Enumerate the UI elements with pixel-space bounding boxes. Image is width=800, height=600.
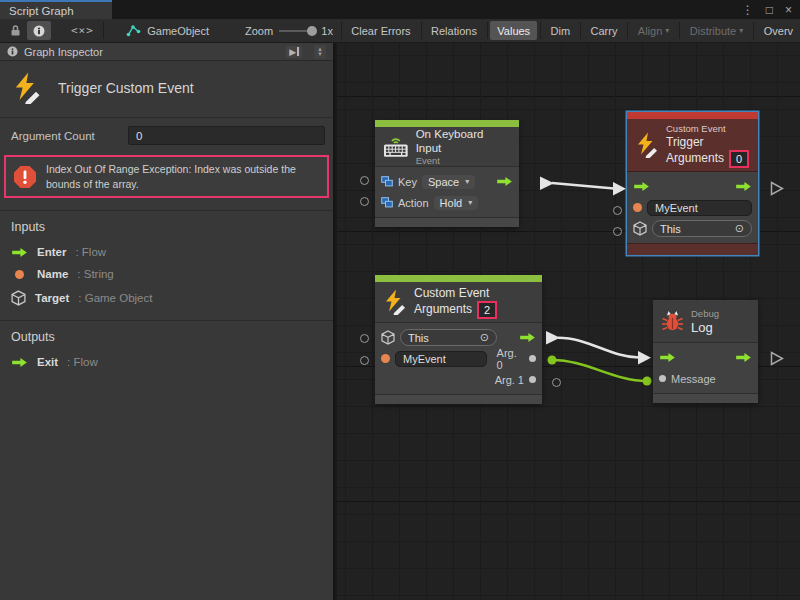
action-input-port[interactable] bbox=[360, 197, 369, 206]
graph-canvas[interactable]: On Keyboard Input Event Key Space ▾ bbox=[337, 43, 800, 600]
flow-in-port[interactable] bbox=[633, 181, 650, 192]
dock-panel-icon[interactable]: ▶ bbox=[286, 46, 302, 58]
flow-continuation-icon bbox=[770, 181, 784, 196]
error-message-text: Index Out Of Range Exception: Index was … bbox=[46, 162, 320, 191]
error-strip bbox=[627, 112, 758, 119]
node-body: Key Space ▾ Action Hold ▾ bbox=[375, 167, 519, 217]
argument-count-badge: 2 bbox=[477, 301, 497, 319]
overview-button[interactable]: Overv bbox=[757, 21, 800, 40]
flow-out-port[interactable] bbox=[496, 176, 513, 187]
key-input-port[interactable] bbox=[360, 176, 369, 185]
target-picker-icon[interactable]: ⊙ bbox=[735, 222, 744, 235]
node-footer bbox=[375, 394, 542, 404]
custom-event-icon bbox=[383, 289, 407, 315]
target-object-picker[interactable]: This ⊙ bbox=[652, 220, 752, 237]
target-object-picker[interactable]: This ⊙ bbox=[400, 329, 497, 346]
arg1-external-port[interactable] bbox=[552, 378, 561, 387]
string-port-icon bbox=[633, 203, 642, 212]
inspector-toggle-icon[interactable] bbox=[27, 21, 51, 40]
key-dropdown[interactable]: Space ▾ bbox=[422, 175, 475, 189]
keyboard-event-icon bbox=[383, 136, 409, 158]
action-label: Action bbox=[398, 197, 429, 209]
zoom-slider[interactable] bbox=[279, 30, 315, 32]
flow-in-port[interactable] bbox=[659, 352, 676, 363]
menu-dots-icon[interactable]: ⋮ bbox=[742, 4, 754, 16]
lock-icon[interactable] bbox=[4, 21, 27, 40]
zoom-slider-thumb[interactable] bbox=[307, 26, 317, 36]
graph-toolbar: <×> GameObject Zoom 1x Clear Errors Rela… bbox=[0, 19, 800, 43]
carry-button[interactable]: Carry bbox=[584, 21, 625, 40]
arg1-out-port[interactable] bbox=[529, 376, 536, 383]
message-input-port[interactable] bbox=[659, 375, 666, 382]
tab-script-graph[interactable]: Script Graph bbox=[0, 0, 112, 19]
chevron-down-icon: ▾ bbox=[465, 177, 469, 186]
gameobject-cube-icon bbox=[381, 330, 395, 345]
close-icon[interactable]: × bbox=[785, 4, 792, 16]
enum-icon bbox=[381, 197, 393, 208]
argument-count-input[interactable] bbox=[128, 126, 325, 145]
node-debug-log[interactable]: Debug Log Message bbox=[653, 300, 758, 403]
maximize-icon[interactable]: □ bbox=[766, 4, 773, 16]
key-row: Key Space ▾ bbox=[381, 171, 513, 192]
argument-count-row: Argument Count bbox=[0, 118, 333, 153]
panel-scroll-spinner[interactable]: ▲ ▼ bbox=[314, 45, 326, 59]
target-input-port[interactable] bbox=[360, 334, 369, 343]
arg0-label: Arg. 0 bbox=[497, 347, 524, 371]
unity-visual-scripting-window: Script Graph ⋮ □ × <×> GameObject Zoom 1… bbox=[0, 0, 800, 600]
window-controls: ⋮ □ × bbox=[742, 0, 792, 19]
message-row: Message bbox=[659, 368, 752, 389]
code-view-icon[interactable]: <×> bbox=[65, 21, 100, 40]
arg0-out-port[interactable] bbox=[529, 355, 536, 362]
clear-errors-button[interactable]: Clear Errors bbox=[344, 21, 417, 40]
inputs-section: Inputs Enter : Flow Name : String Target… bbox=[0, 210, 333, 320]
flow-out-port[interactable] bbox=[735, 352, 752, 363]
name-input-port[interactable] bbox=[360, 356, 369, 365]
node-kind-label: Custom Event bbox=[666, 123, 749, 135]
values-button[interactable]: Values bbox=[490, 21, 537, 40]
flow-out-port[interactable] bbox=[735, 181, 752, 192]
port-row-enter: Enter : Flow bbox=[11, 246, 322, 258]
action-dropdown[interactable]: Hold ▾ bbox=[434, 196, 479, 210]
string-port-icon bbox=[381, 354, 390, 363]
event-name-field[interactable]: MyEvent bbox=[647, 200, 752, 216]
gameobject-label[interactable]: GameObject bbox=[147, 25, 209, 37]
node-custom-event[interactable]: Custom Event Arguments 2 This ⊙ bbox=[375, 275, 542, 404]
relations-button[interactable]: Relations bbox=[424, 21, 484, 40]
unit-title-block: Trigger Custom Event bbox=[0, 61, 333, 118]
node-footer bbox=[653, 393, 758, 403]
distribute-dropdown: Distribute ▾ bbox=[683, 21, 751, 40]
node-header: On Keyboard Input Event bbox=[375, 127, 519, 167]
port-row-exit: Exit : Flow bbox=[11, 356, 322, 368]
graph-network-icon bbox=[120, 21, 147, 40]
node-kind-label: Debug bbox=[691, 308, 719, 320]
gameobject-cube-icon bbox=[11, 290, 26, 306]
custom-event-icon bbox=[12, 72, 42, 104]
spinner-down-icon[interactable]: ▼ bbox=[317, 52, 323, 57]
event-name-row: MyEvent bbox=[633, 197, 752, 218]
node-on-keyboard-input[interactable]: On Keyboard Input Event Key Space ▾ bbox=[375, 120, 519, 227]
target-input-port[interactable] bbox=[613, 227, 622, 236]
event-strip bbox=[375, 275, 542, 282]
graph-inspector-panel: Graph Inspector ▶ ▲ ▼ Trigger Custom Eve… bbox=[0, 43, 335, 600]
node-subtitle: Event bbox=[416, 155, 511, 167]
align-dropdown: Align ▾ bbox=[631, 21, 677, 40]
event-name-row: MyEvent Arg. 0 bbox=[381, 348, 536, 369]
node-title-line2: Arguments 2 bbox=[414, 301, 497, 319]
tab-label: Script Graph bbox=[9, 5, 74, 17]
wire-arguments-to-debug bbox=[546, 331, 651, 365]
enum-icon bbox=[381, 176, 393, 187]
key-label: Key bbox=[398, 176, 417, 188]
node-header: Debug Log bbox=[653, 300, 758, 343]
target-picker-icon[interactable]: ⊙ bbox=[480, 331, 489, 344]
error-octagon-icon bbox=[13, 165, 37, 189]
flow-arrow-icon bbox=[11, 357, 28, 368]
event-name-field[interactable]: MyEvent bbox=[395, 351, 487, 367]
node-header: Custom Event Trigger Arguments 0 bbox=[627, 119, 758, 172]
node-title-line1: Trigger bbox=[666, 135, 749, 150]
name-input-port[interactable] bbox=[613, 206, 622, 215]
inspector-header-label: Graph Inspector bbox=[24, 46, 103, 58]
dim-button[interactable]: Dim bbox=[544, 21, 578, 40]
node-title: On Keyboard Input bbox=[416, 127, 511, 155]
flow-out-port[interactable] bbox=[519, 332, 536, 343]
node-trigger-custom-event[interactable]: Custom Event Trigger Arguments 0 MyEvent bbox=[627, 112, 758, 255]
